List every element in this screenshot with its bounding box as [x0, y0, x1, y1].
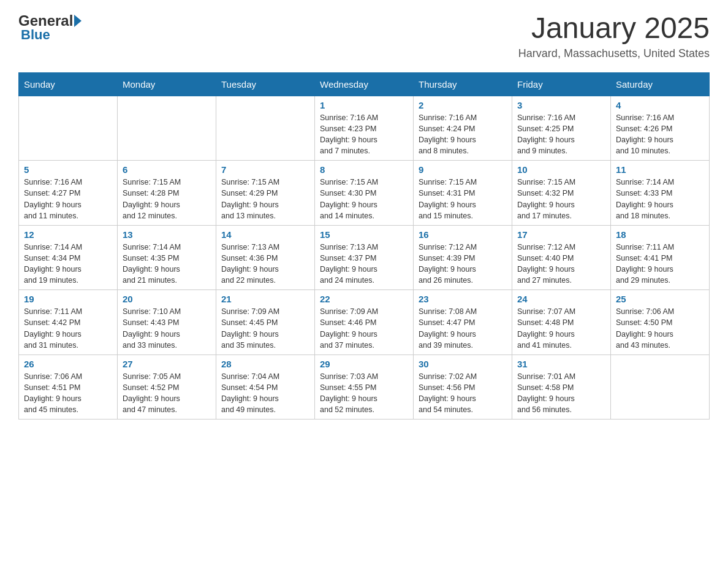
day-info: Sunrise: 7:09 AMSunset: 4:45 PMDaylight:… [221, 306, 309, 351]
day-info: Sunrise: 7:13 AMSunset: 4:36 PMDaylight:… [221, 242, 309, 286]
logo-blue-text: Blue [21, 27, 83, 43]
calendar-cell: 13Sunrise: 7:14 AMSunset: 4:35 PMDayligh… [118, 225, 216, 290]
day-info: Sunrise: 7:15 AMSunset: 4:28 PMDaylight:… [123, 177, 211, 221]
calendar-cell: 3Sunrise: 7:16 AMSunset: 4:25 PMDaylight… [512, 96, 611, 161]
day-number: 20 [123, 294, 211, 304]
day-info: Sunrise: 7:01 AMSunset: 4:58 PMDaylight:… [517, 371, 605, 416]
day-info: Sunrise: 7:02 AMSunset: 4:56 PMDaylight:… [419, 371, 507, 416]
month-title: January 2025 [518, 12, 710, 45]
calendar-cell: 25Sunrise: 7:06 AMSunset: 4:50 PMDayligh… [611, 290, 710, 355]
day-number: 16 [419, 229, 507, 240]
week-row-4: 19Sunrise: 7:11 AMSunset: 4:42 PMDayligh… [19, 290, 710, 355]
title-section: January 2025 Harvard, Massachusetts, Uni… [518, 12, 710, 60]
week-row-5: 26Sunrise: 7:06 AMSunset: 4:51 PMDayligh… [19, 354, 710, 419]
day-info: Sunrise: 7:07 AMSunset: 4:48 PMDaylight:… [517, 306, 605, 351]
day-info: Sunrise: 7:05 AMSunset: 4:52 PMDaylight:… [123, 371, 211, 416]
calendar-cell: 5Sunrise: 7:16 AMSunset: 4:27 PMDaylight… [19, 161, 118, 226]
day-number: 3 [517, 100, 605, 110]
day-info: Sunrise: 7:11 AMSunset: 4:41 PMDaylight:… [616, 242, 704, 286]
day-number: 19 [24, 294, 112, 304]
day-info: Sunrise: 7:16 AMSunset: 4:25 PMDaylight:… [517, 112, 605, 157]
day-info: Sunrise: 7:08 AMSunset: 4:47 PMDaylight:… [419, 306, 507, 351]
day-number: 6 [123, 164, 211, 175]
day-number: 15 [320, 229, 408, 240]
calendar-cell: 27Sunrise: 7:05 AMSunset: 4:52 PMDayligh… [118, 354, 216, 419]
calendar-cell: 11Sunrise: 7:14 AMSunset: 4:33 PMDayligh… [611, 161, 710, 226]
day-number: 2 [419, 100, 507, 110]
calendar-cell: 30Sunrise: 7:02 AMSunset: 4:56 PMDayligh… [414, 354, 512, 419]
day-number: 9 [419, 164, 507, 175]
day-info: Sunrise: 7:09 AMSunset: 4:46 PMDaylight:… [320, 306, 408, 351]
calendar-cell: 12Sunrise: 7:14 AMSunset: 4:34 PMDayligh… [19, 225, 118, 290]
day-info: Sunrise: 7:03 AMSunset: 4:55 PMDaylight:… [320, 371, 408, 416]
day-info: Sunrise: 7:14 AMSunset: 4:34 PMDaylight:… [24, 242, 112, 286]
day-number: 30 [419, 359, 507, 369]
calendar-cell: 7Sunrise: 7:15 AMSunset: 4:29 PMDaylight… [216, 161, 315, 226]
calendar-cell: 21Sunrise: 7:09 AMSunset: 4:45 PMDayligh… [216, 290, 315, 355]
calendar-cell: 15Sunrise: 7:13 AMSunset: 4:37 PMDayligh… [315, 225, 414, 290]
calendar-cell: 2Sunrise: 7:16 AMSunset: 4:24 PMDaylight… [414, 96, 512, 161]
day-info: Sunrise: 7:11 AMSunset: 4:42 PMDaylight:… [24, 306, 112, 351]
calendar-cell: 22Sunrise: 7:09 AMSunset: 4:46 PMDayligh… [315, 290, 414, 355]
day-number: 17 [517, 229, 605, 240]
week-row-1: 1Sunrise: 7:16 AMSunset: 4:23 PMDaylight… [19, 96, 710, 161]
calendar-cell: 23Sunrise: 7:08 AMSunset: 4:47 PMDayligh… [414, 290, 512, 355]
column-header-tuesday: Tuesday [216, 72, 315, 96]
page-header: General Blue January 2025 Harvard, Massa… [18, 12, 710, 60]
day-number: 10 [517, 164, 605, 175]
day-number: 13 [123, 229, 211, 240]
calendar-header-row: SundayMondayTuesdayWednesdayThursdayFrid… [19, 72, 710, 96]
calendar-cell: 24Sunrise: 7:07 AMSunset: 4:48 PMDayligh… [512, 290, 611, 355]
calendar-cell: 20Sunrise: 7:10 AMSunset: 4:43 PMDayligh… [118, 290, 216, 355]
day-info: Sunrise: 7:12 AMSunset: 4:40 PMDaylight:… [517, 242, 605, 286]
day-info: Sunrise: 7:15 AMSunset: 4:32 PMDaylight:… [517, 177, 605, 221]
day-number: 27 [123, 359, 211, 369]
day-info: Sunrise: 7:15 AMSunset: 4:30 PMDaylight:… [320, 177, 408, 221]
logo: General Blue [18, 12, 83, 43]
day-number: 26 [24, 359, 112, 369]
calendar-cell: 18Sunrise: 7:11 AMSunset: 4:41 PMDayligh… [611, 225, 710, 290]
column-header-sunday: Sunday [19, 72, 118, 96]
day-number: 24 [517, 294, 605, 304]
calendar-table: SundayMondayTuesdayWednesdayThursdayFrid… [18, 72, 710, 420]
day-info: Sunrise: 7:14 AMSunset: 4:35 PMDaylight:… [123, 242, 211, 286]
calendar-cell: 8Sunrise: 7:15 AMSunset: 4:30 PMDaylight… [315, 161, 414, 226]
day-info: Sunrise: 7:16 AMSunset: 4:27 PMDaylight:… [24, 177, 112, 221]
calendar-cell [118, 96, 216, 161]
day-info: Sunrise: 7:15 AMSunset: 4:29 PMDaylight:… [221, 177, 309, 221]
day-number: 1 [320, 100, 408, 110]
calendar-cell: 16Sunrise: 7:12 AMSunset: 4:39 PMDayligh… [414, 225, 512, 290]
day-info: Sunrise: 7:06 AMSunset: 4:51 PMDaylight:… [24, 371, 112, 416]
day-number: 5 [24, 164, 112, 175]
calendar-cell: 19Sunrise: 7:11 AMSunset: 4:42 PMDayligh… [19, 290, 118, 355]
calendar-cell: 14Sunrise: 7:13 AMSunset: 4:36 PMDayligh… [216, 225, 315, 290]
calendar-cell: 1Sunrise: 7:16 AMSunset: 4:23 PMDaylight… [315, 96, 414, 161]
day-info: Sunrise: 7:16 AMSunset: 4:24 PMDaylight:… [419, 112, 507, 157]
day-info: Sunrise: 7:13 AMSunset: 4:37 PMDaylight:… [320, 242, 408, 286]
week-row-2: 5Sunrise: 7:16 AMSunset: 4:27 PMDaylight… [19, 161, 710, 226]
calendar-cell: 9Sunrise: 7:15 AMSunset: 4:31 PMDaylight… [414, 161, 512, 226]
logo-arrow-icon [74, 15, 82, 27]
day-number: 29 [320, 359, 408, 369]
calendar-cell: 29Sunrise: 7:03 AMSunset: 4:55 PMDayligh… [315, 354, 414, 419]
day-number: 22 [320, 294, 408, 304]
column-header-wednesday: Wednesday [315, 72, 414, 96]
calendar-cell: 4Sunrise: 7:16 AMSunset: 4:26 PMDaylight… [611, 96, 710, 161]
day-info: Sunrise: 7:06 AMSunset: 4:50 PMDaylight:… [616, 306, 704, 351]
column-header-monday: Monday [118, 72, 216, 96]
day-number: 21 [221, 294, 309, 304]
day-info: Sunrise: 7:14 AMSunset: 4:33 PMDaylight:… [616, 177, 704, 221]
day-info: Sunrise: 7:10 AMSunset: 4:43 PMDaylight:… [123, 306, 211, 351]
column-header-friday: Friday [512, 72, 611, 96]
day-number: 28 [221, 359, 309, 369]
week-row-3: 12Sunrise: 7:14 AMSunset: 4:34 PMDayligh… [19, 225, 710, 290]
column-header-thursday: Thursday [414, 72, 512, 96]
day-info: Sunrise: 7:15 AMSunset: 4:31 PMDaylight:… [419, 177, 507, 221]
calendar-cell [19, 96, 118, 161]
calendar-cell: 10Sunrise: 7:15 AMSunset: 4:32 PMDayligh… [512, 161, 611, 226]
day-number: 12 [24, 229, 112, 240]
day-info: Sunrise: 7:16 AMSunset: 4:23 PMDaylight:… [320, 112, 408, 157]
day-number: 23 [419, 294, 507, 304]
day-number: 4 [616, 100, 704, 110]
day-number: 31 [517, 359, 605, 369]
